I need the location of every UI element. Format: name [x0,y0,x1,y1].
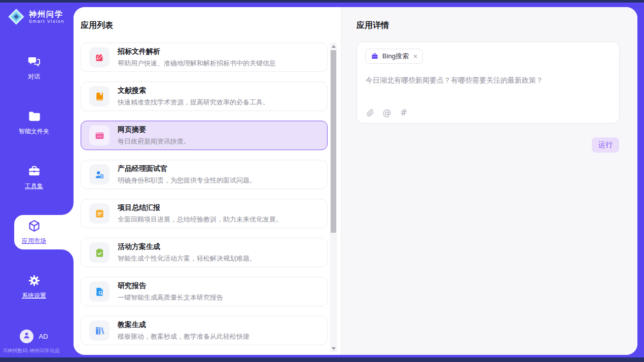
app-card[interactable]: 文献搜索 快速精准查找学术资源，提高研究效率的必备工具。 [81,82,328,111]
brand-name: 神州问学 [29,10,64,18]
svg-text:</>: </> [97,135,102,138]
tool-tag[interactable]: Bing搜索 × [365,49,423,64]
person-icon [22,331,31,342]
prompt-card: Bing搜索 × 今日湖北有哪些新闻要点？有哪些需要关注的最新政策？ @# [356,42,620,124]
browser-app-icon: </> [89,125,110,146]
query-toolbar: @# [366,108,408,117]
app-card-text: 文献搜索 快速精准查找学术资源，提高研究效率的必备工具。 [118,86,269,107]
avatar[interactable] [20,330,33,343]
app-card-desc: 全面回顾项目进展，总结经验教训，助力未来优化发展。 [118,215,282,224]
sidebar-item-smart-folder[interactable]: 智能文件夹 [0,105,68,140]
app-card[interactable]: </> 网页摘要 每日政府新闻资讯快查。 [81,121,328,150]
app-card-text: 教案生成 模板驱动，教案秒成，教学准备从此轻松快捷 [118,320,249,341]
report-app-icon [89,281,110,302]
paperclip-icon[interactable] [366,108,375,117]
sidebar-item-app-market[interactable]: 应用市场 [0,215,68,249]
app-card-text: 招标文件解析 帮助用户快速、准确地理解和解析招标书中的关键信息 [118,47,276,68]
app-card[interactable]: 教案生成 模板驱动，教案秒成，教学准备从此轻松快捷 [81,316,328,345]
app-card-desc: 快速精准查找学术资源，提高研究效率的必备工具。 [118,98,269,107]
app-card[interactable]: 招标文件解析 帮助用户快速、准确地理解和解析招标书中的关键信息 [81,43,328,72]
brand-diamond-icon [7,8,25,26]
brand-subtitle: Smart Vision [29,19,64,24]
run-button[interactable]: 运行 [592,137,619,153]
app-card[interactable]: 研究报告 一键智能生成高质量长文本研究报告 [81,277,328,306]
app-card[interactable]: 产品经理面试官 明确身份和职责，为您提供专业性的面试问题。 [81,160,328,189]
app-card-title: 教案生成 [118,320,249,330]
run-row: 运行 [592,137,619,153]
tool-tag-label: Bing搜索 [382,52,409,61]
app-card-text: 研究报告 一键智能生成高质量长文本研究报告 [118,281,223,302]
app-card[interactable]: 活动方案生成 智能生成个性化活动方案，轻松解决规划难题。 [81,238,328,267]
sidebar-item-label: 应用市场 [22,237,46,245]
chat-icon [27,55,41,68]
mention-icon[interactable]: @ [382,108,391,117]
app-card-text: 网页摘要 每日政府新闻资讯快查。 [118,125,190,146]
user-chip[interactable]: AD [0,330,68,343]
app-card-title: 活动方案生成 [118,242,256,251]
app-detail-title: 应用详情 [356,20,389,31]
sidebar-item-toolset[interactable]: 工具集 [0,160,68,195]
app-card-desc: 一键智能生成高质量长文本研究报告 [118,293,223,302]
active-tab-curve-top [60,202,74,215]
folder-icon [27,110,41,123]
app-card-desc: 明确身份和职责，为您提供专业性的面试问题。 [118,176,256,185]
scrollbar-up-arrow[interactable] [330,43,337,50]
sidebar-item-chat[interactable]: 对话 [0,51,68,85]
sidebar-nav: 对话 智能文件夹 工具集 应用市场 系统设置 [0,51,68,324]
sidebar-item-label: 系统设置 [22,292,46,300]
book-app-icon [89,86,110,106]
sidebar-item-settings[interactable]: 系统设置 [0,270,68,304]
tag-close-icon[interactable]: × [413,53,417,60]
main-content: 应用列表 招标文件解析 帮助用户快速、准确地理解和解析招标书中的关键信息 文献搜… [74,7,637,355]
sidebar-item-label: 智能文件夹 [19,127,49,136]
app-list-panel: 应用列表 招标文件解析 帮助用户快速、准确地理解和解析招标书中的关键信息 文献搜… [74,7,341,355]
app-card-desc: 智能生成个性化活动方案，轻松解决规划难题。 [118,254,256,263]
active-tab-curve-bottom [60,249,74,263]
sidebar-item-label: 工具集 [25,182,43,191]
brand-text: 神州问学 Smart Vision [29,10,64,23]
app-card-title: 项目总结汇报 [118,203,282,212]
scrollbar-thumb[interactable] [331,50,336,233]
hashtag-icon[interactable]: # [399,108,408,117]
app-card-title: 文献搜索 [118,86,269,95]
app-card-text: 项目总结汇报 全面回顾项目进展，总结经验教训，助力未来优化发展。 [118,203,282,224]
sidebar-item-label: 对话 [28,73,40,81]
app-card-desc: 模板驱动，教案秒成，教学准备从此轻松快捷 [118,332,249,341]
interview-app-icon [89,164,110,185]
briefcase-icon [371,52,379,60]
books-app-icon [89,320,110,341]
window-bottom-bar [0,357,644,362]
cube-icon [27,219,41,233]
app-card-text: 活动方案生成 智能生成个性化活动方案，轻松解决规划难题。 [118,242,256,263]
app-window: 神州问学 Smart Vision 对话 智能文件夹 工具集 应用市场 系统设置… [0,3,644,357]
clipboard-app-icon [89,242,110,263]
scrollbar[interactable] [330,43,337,352]
note-app-icon [89,203,110,224]
app-card-list: 招标文件解析 帮助用户快速、准确地理解和解析招标书中的关键信息 文献搜索 快速精… [81,43,328,355]
user-initials: AD [39,333,48,340]
app-card-title: 招标文件解析 [118,47,276,56]
app-list-title: 应用列表 [81,20,113,31]
app-card[interactable]: 项目总结汇报 全面回顾项目进展，总结经验教训，助力未来优化发展。 [81,199,328,228]
sidebar-footer: ©神州数码·神州问学出品 [4,347,60,354]
edit-app-icon [89,47,110,67]
app-card-title: 网页摘要 [118,125,190,134]
app-card-title: 产品经理面试官 [118,164,256,173]
scrollbar-down-arrow[interactable] [330,345,337,352]
brand-logo: 神州问学 Smart Vision [7,8,64,26]
toolbox-icon [27,164,41,178]
app-card-title: 研究报告 [118,281,223,291]
query-text[interactable]: 今日湖北有哪些新闻要点？有哪些需要关注的最新政策？ [366,76,611,86]
sidebar: 神州问学 Smart Vision 对话 智能文件夹 工具集 应用市场 系统设置… [0,3,74,357]
app-card-desc: 每日政府新闻资讯快查。 [118,137,190,146]
gear-icon [27,274,41,287]
app-card-desc: 帮助用户快速、准确地理解和解析招标书中的关键信息 [118,59,276,68]
app-card-text: 产品经理面试官 明确身份和职责，为您提供专业性的面试问题。 [118,164,256,185]
app-detail-panel: 应用详情 Bing搜索 × 今日湖北有哪些新闻要点？有哪些需要关注的最新政策？ … [341,7,637,355]
